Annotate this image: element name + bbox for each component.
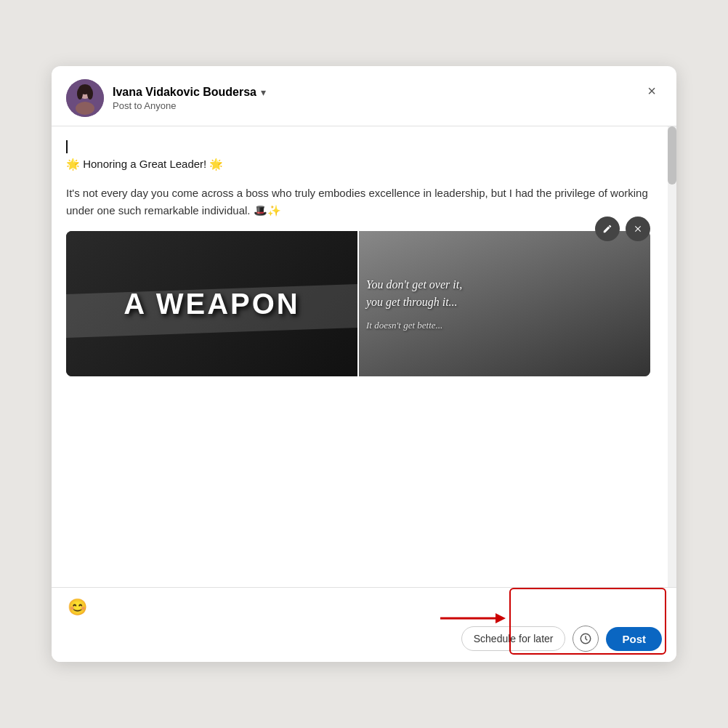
post-text-area[interactable]: 🌟 Honoring a Great Leader! 🌟 It's not ev…	[66, 138, 650, 219]
post-button[interactable]: Post	[606, 627, 662, 651]
post-heading: 🌟 Honoring a Great Leader! 🌟	[66, 138, 650, 173]
image-right: You don't get over it, you get through i…	[359, 231, 650, 376]
avatar	[66, 79, 104, 117]
text-cursor	[66, 140, 68, 153]
image-left: A WEAPON	[66, 231, 357, 376]
image-container: A WEAPON You don't get over it, you get …	[66, 231, 650, 376]
modal-header: Ivana Vidakovic Boudersa ▾ Post to Anyon…	[52, 66, 676, 126]
weapon-text: A WEAPON	[124, 288, 300, 320]
quote-line2: you get through it...	[366, 294, 458, 311]
dropdown-arrow-icon[interactable]: ▾	[261, 86, 266, 98]
quote-line3: It doesn't get bette...	[366, 320, 442, 331]
svg-point-4	[77, 88, 83, 100]
post-to-label: Post to Anyone	[113, 100, 266, 111]
user-info: Ivana Vidakovic Boudersa ▾ Post to Anyon…	[113, 86, 266, 111]
edit-image-button[interactable]	[595, 217, 620, 241]
modal-footer: 😊 Schedule for later Post	[52, 587, 676, 662]
user-name-row: Ivana Vidakovic Boudersa ▾	[113, 86, 266, 99]
post-body: It's not every day you come across a bos…	[66, 185, 650, 219]
quote-line1: You don't get over it,	[366, 276, 462, 294]
svg-point-5	[87, 88, 93, 100]
schedule-later-button[interactable]: Schedule for later	[461, 626, 566, 651]
remove-image-button[interactable]	[626, 217, 650, 241]
images-row: A WEAPON You don't get over it, you get …	[66, 231, 650, 376]
user-name: Ivana Vidakovic Boudersa	[113, 86, 256, 99]
svg-point-2	[76, 102, 94, 115]
clock-button[interactable]	[573, 626, 599, 652]
scrollbar-track[interactable]	[668, 126, 676, 587]
weapon-image-overlay: A WEAPON	[66, 231, 357, 376]
close-button[interactable]: ×	[640, 79, 663, 102]
image-action-buttons	[595, 217, 650, 241]
scrollbar-thumb[interactable]	[668, 126, 676, 185]
post-modal: Ivana Vidakovic Boudersa ▾ Post to Anyon…	[52, 66, 676, 662]
emoji-button[interactable]: 😊	[66, 596, 89, 618]
modal-body: 🌟 Honoring a Great Leader! 🌟 It's not ev…	[52, 126, 676, 587]
quote-overlay: You don't get over it, you get through i…	[359, 231, 650, 376]
footer-bottom: Schedule for later Post	[66, 626, 662, 652]
footer-top: 😊	[66, 596, 662, 618]
